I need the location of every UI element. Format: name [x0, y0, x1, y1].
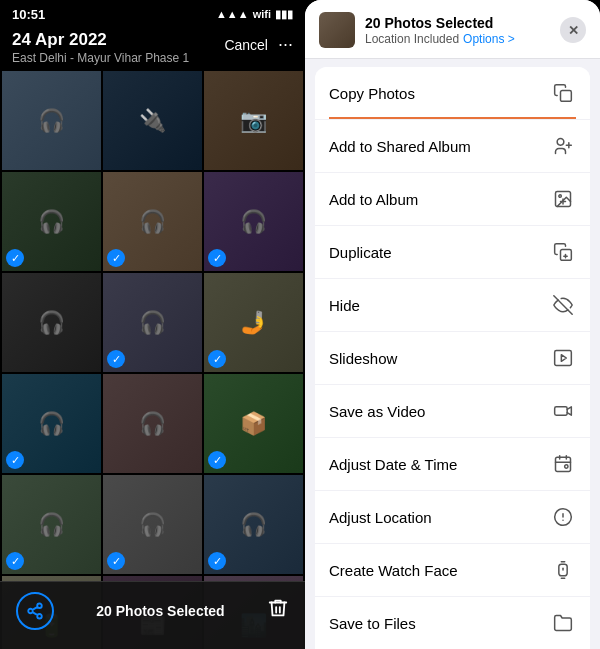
person-plus-icon — [550, 133, 576, 159]
sheet-subtitle: Location Included Options > — [365, 32, 550, 46]
svg-point-1 — [557, 139, 564, 146]
menu-item-duplicate[interactable]: Duplicate — [315, 226, 590, 279]
photo-cell[interactable]: 🎧✓ — [103, 172, 202, 271]
photo-cell[interactable]: 🎧✓ — [204, 172, 303, 271]
sheet-title-area: 20 Photos Selected Location Included Opt… — [365, 15, 550, 46]
check-badge: ✓ — [107, 552, 125, 570]
photo-cell[interactable]: 🎧✓ — [2, 374, 101, 473]
date-location: 24 Apr 2022 East Delhi - Mayur Vihar Pha… — [12, 30, 189, 65]
menu-item-label: Add to Shared Album — [329, 138, 471, 155]
photo-cell[interactable]: 🤳✓ — [204, 273, 303, 372]
sheet-menu: Copy PhotosAdd to Shared AlbumAdd to Alb… — [305, 59, 600, 649]
photo-cell[interactable]: 🔌 — [103, 71, 202, 170]
sheet-header: 20 Photos Selected Location Included Opt… — [305, 0, 600, 59]
menu-item-copy-photos[interactable]: Copy Photos — [315, 67, 590, 120]
menu-item-label: Create Watch Face — [329, 562, 458, 579]
location-label: East Delhi - Mayur Vihar Phase 1 — [12, 51, 189, 65]
header-actions: Cancel ··· — [224, 34, 293, 55]
check-badge: ✓ — [208, 249, 226, 267]
play-icon — [550, 345, 576, 371]
menu-item-adjust-location[interactable]: Adjust Location — [315, 491, 590, 544]
menu-item-label: Copy Photos — [329, 85, 415, 102]
menu-item-label: Duplicate — [329, 244, 392, 261]
location-icon — [550, 504, 576, 530]
eye-slash-icon — [550, 292, 576, 318]
sheet-title: 20 Photos Selected — [365, 15, 550, 31]
menu-section: Copy PhotosAdd to Shared AlbumAdd to Alb… — [315, 67, 590, 649]
check-badge: ✓ — [208, 451, 226, 469]
photo-cell[interactable]: 📷 — [204, 71, 303, 170]
close-button[interactable]: ✕ — [560, 17, 586, 43]
check-badge: ✓ — [107, 249, 125, 267]
svg-rect-0 — [561, 91, 572, 102]
photo-cell[interactable]: 🎧✓ — [2, 475, 101, 574]
share-button[interactable] — [16, 592, 54, 630]
photo-cell[interactable]: 🎧✓ — [2, 172, 101, 271]
more-button[interactable]: ··· — [278, 34, 293, 55]
check-badge: ✓ — [6, 451, 24, 469]
selected-count-label: 20 Photos Selected — [96, 603, 224, 619]
status-bar: 10:51 ▲▲▲ wifi ▮▮▮ — [0, 0, 305, 28]
duplicate-icon — [550, 239, 576, 265]
menu-item-label: Save as Video — [329, 403, 425, 420]
bottom-bar: 20 Photos Selected — [0, 581, 305, 649]
svg-marker-13 — [561, 355, 566, 362]
subtitle-text: Location Included — [365, 32, 459, 46]
photo-cell[interactable]: 🎧✓ — [204, 475, 303, 574]
options-link[interactable]: Options > — [463, 32, 515, 46]
photo-cell[interactable]: 🎧 — [2, 273, 101, 372]
check-badge: ✓ — [107, 350, 125, 368]
menu-item-label: Slideshow — [329, 350, 397, 367]
photo-cell[interactable]: 🎧 — [103, 374, 202, 473]
svg-rect-15 — [556, 457, 571, 471]
date-label: 24 Apr 2022 — [12, 30, 189, 50]
svg-point-5 — [559, 195, 562, 198]
photo-cell[interactable]: 📦✓ — [204, 374, 303, 473]
menu-item-add-album[interactable]: Add to Album — [315, 173, 590, 226]
share-icon — [26, 602, 44, 620]
time: 10:51 — [12, 7, 45, 22]
battery-icon: ▮▮▮ — [275, 8, 293, 21]
menu-item-add-shared-album[interactable]: Add to Shared Album — [315, 120, 590, 173]
photo-grid: 🎧🔌📷🎧✓🎧✓🎧✓🎧🎧✓🤳✓🎧✓🎧📦✓🎧✓🎧✓🎧✓🔋✓📰✓🏙️ — [0, 71, 305, 649]
check-badge: ✓ — [208, 552, 226, 570]
check-badge: ✓ — [208, 350, 226, 368]
menu-item-label: Adjust Date & Time — [329, 456, 457, 473]
share-sheet: 20 Photos Selected Location Included Opt… — [305, 0, 600, 649]
cancel-button[interactable]: Cancel — [224, 37, 268, 53]
menu-item-label: Adjust Location — [329, 509, 432, 526]
calendar-icon — [550, 451, 576, 477]
photo-cell[interactable]: 🎧✓ — [103, 475, 202, 574]
wifi-icon: wifi — [253, 8, 271, 20]
status-icons: ▲▲▲ wifi ▮▮▮ — [216, 8, 293, 21]
video-icon — [550, 398, 576, 424]
menu-item-label: Save to Files — [329, 615, 416, 632]
check-badge: ✓ — [6, 552, 24, 570]
sheet-thumbnail — [319, 12, 355, 48]
menu-item-label: Add to Album — [329, 191, 418, 208]
delete-button[interactable] — [267, 597, 289, 624]
menu-item-save-video[interactable]: Save as Video — [315, 385, 590, 438]
trash-icon — [267, 597, 289, 619]
menu-item-save-files[interactable]: Save to Files — [315, 597, 590, 649]
menu-item-hide[interactable]: Hide — [315, 279, 590, 332]
menu-item-label: Hide — [329, 297, 360, 314]
photo-cell[interactable]: 🎧✓ — [103, 273, 202, 372]
photo-cell[interactable]: 🎧 — [2, 71, 101, 170]
folder-icon — [550, 610, 576, 636]
copy-icon — [550, 80, 576, 106]
signal-icon: ▲▲▲ — [216, 8, 249, 20]
photos-header: 24 Apr 2022 East Delhi - Mayur Vihar Pha… — [0, 28, 305, 71]
menu-item-watch-face[interactable]: Create Watch Face — [315, 544, 590, 597]
menu-item-slideshow[interactable]: Slideshow — [315, 332, 590, 385]
svg-rect-12 — [555, 351, 572, 366]
menu-item-adjust-date[interactable]: Adjust Date & Time — [315, 438, 590, 491]
check-badge: ✓ — [6, 249, 24, 267]
svg-rect-14 — [555, 407, 568, 415]
watch-icon — [550, 557, 576, 583]
photos-panel: 10:51 ▲▲▲ wifi ▮▮▮ 24 Apr 2022 East Delh… — [0, 0, 305, 649]
svg-point-19 — [565, 465, 568, 468]
album-icon — [550, 186, 576, 212]
